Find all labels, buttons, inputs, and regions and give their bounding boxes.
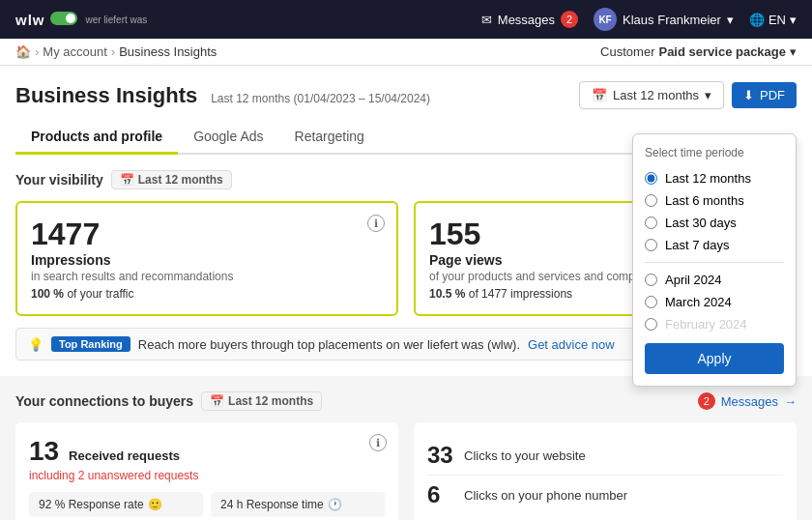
customer-label: Customer bbox=[600, 44, 654, 59]
logo-toggle bbox=[50, 12, 77, 25]
tab-products[interactable]: Products and profile bbox=[15, 121, 178, 155]
phone-clicks-label: Clicks on your phone number bbox=[464, 488, 627, 503]
connections-date-badge: 📅 Last 12 months bbox=[201, 391, 322, 411]
radio-6m[interactable] bbox=[645, 194, 657, 207]
option-7d[interactable]: Last 7 days bbox=[645, 234, 784, 256]
my-account-link[interactable]: My account bbox=[43, 44, 106, 59]
clicks-card: 33 Clicks to your website 6 Clicks on yo… bbox=[414, 422, 797, 520]
connections-section: Your connections to buyers 📅 Last 12 mon… bbox=[0, 376, 812, 520]
response-rate-stat: 92 % Response rate 🙂 bbox=[29, 492, 203, 517]
impressions-info-icon[interactable]: ℹ bbox=[367, 215, 385, 232]
ranking-text: Reach more buyers through top placements… bbox=[138, 337, 520, 352]
arrow-right-icon: → bbox=[784, 394, 797, 409]
requests-sublabel: including 2 unanswered requests bbox=[29, 469, 385, 482]
apply-button[interactable]: Apply bbox=[645, 343, 784, 374]
option-feb24[interactable]: February 2024 bbox=[645, 313, 784, 335]
chevron-down-icon-lang: ▾ bbox=[790, 13, 797, 27]
request-stats: 92 % Response rate 🙂 24 h Response time … bbox=[29, 492, 385, 517]
title-row: Business Insights Last 12 months (01/04/… bbox=[15, 81, 797, 109]
connections-header: Your connections to buyers 📅 Last 12 mon… bbox=[15, 391, 797, 411]
option-apr24[interactable]: April 2024 bbox=[645, 269, 784, 291]
logo-area: wlw wer liefert was bbox=[15, 12, 147, 28]
user-name: Klaus Frankmeier bbox=[623, 13, 721, 27]
radio-30d[interactable] bbox=[645, 217, 657, 229]
page-date-range: Last 12 months (01/04/2023 – 15/04/2024) bbox=[211, 92, 430, 105]
calendar-icon-conn: 📅 bbox=[210, 394, 224, 408]
breadcrumb-current: Business Insights bbox=[119, 44, 217, 59]
breadcrumb-bar: 🏠 › My account › Business Insights Custo… bbox=[0, 39, 812, 66]
option-mar24[interactable]: March 2024 bbox=[645, 291, 784, 313]
home-icon[interactable]: 🏠 bbox=[15, 44, 31, 59]
clock-icon: 🕐 bbox=[328, 498, 342, 511]
date-picker-button[interactable]: 📅 Last 12 months ▾ bbox=[579, 81, 724, 109]
smiley-icon: 🙂 bbox=[148, 498, 162, 511]
page-title: Business Insights bbox=[15, 83, 197, 107]
website-clicks-number: 33 bbox=[427, 442, 456, 469]
tab-retargeting[interactable]: Retargeting bbox=[279, 121, 380, 155]
connection-cards: ℹ 13 Received requests including 2 unans… bbox=[15, 422, 797, 520]
requests-card: ℹ 13 Received requests including 2 unans… bbox=[15, 422, 398, 520]
calendar-icon-small: 📅 bbox=[120, 173, 134, 187]
visibility-date-badge: 📅 Last 12 months bbox=[111, 170, 232, 189]
impressions-sub: in search results and recommandations bbox=[31, 270, 383, 283]
date-picker-label: Last 12 months bbox=[613, 88, 699, 102]
option-30d[interactable]: Last 30 days bbox=[645, 212, 784, 234]
impressions-number: 1477 bbox=[31, 217, 383, 252]
user-avatar: KF bbox=[594, 8, 617, 31]
impressions-card: ℹ 1477 Impressions in search results and… bbox=[15, 201, 398, 316]
title-area: Business Insights Last 12 months (01/04/… bbox=[15, 83, 430, 108]
radio-mar24[interactable] bbox=[645, 296, 657, 308]
impressions-label: Impressions bbox=[31, 252, 383, 268]
envelope-icon: ✉ bbox=[481, 13, 492, 27]
website-clicks-item: 33 Clicks to your website bbox=[427, 436, 783, 475]
radio-12m[interactable] bbox=[645, 172, 657, 185]
option-12m[interactable]: Last 12 months bbox=[645, 167, 784, 189]
connections-messages-link[interactable]: 2 Messages → bbox=[698, 392, 797, 410]
pdf-button[interactable]: ⬇ PDF bbox=[732, 82, 797, 108]
chevron-down-icon: ▾ bbox=[727, 13, 734, 27]
logo-subtitle: wer liefert was bbox=[85, 14, 147, 25]
connections-badge: 2 bbox=[698, 392, 715, 410]
tab-google-ads[interactable]: Google Ads bbox=[178, 121, 278, 155]
logo: wlw bbox=[15, 12, 77, 28]
requests-label: Received requests bbox=[69, 448, 180, 463]
impressions-pct: 100 % of your traffic bbox=[31, 287, 383, 301]
messages-button[interactable]: ✉ Messages 2 bbox=[481, 11, 578, 28]
chevron-down-icon-date: ▾ bbox=[705, 88, 711, 102]
phone-clicks-number: 6 bbox=[427, 481, 456, 508]
chevron-down-icon-pkg: ▾ bbox=[790, 44, 797, 59]
package-label: Paid service package bbox=[658, 44, 786, 59]
bulb-icon-ranking: 💡 bbox=[28, 337, 44, 352]
customer-package[interactable]: Customer Paid service package ▾ bbox=[600, 44, 797, 59]
ranking-link[interactable]: Get advice now bbox=[528, 337, 615, 352]
messages-badge: 2 bbox=[561, 11, 578, 28]
language-button[interactable]: 🌐 EN ▾ bbox=[749, 13, 797, 27]
requests-number: 13 bbox=[29, 436, 59, 466]
date-picker-dropdown: Select time periode Last 12 months Last … bbox=[632, 133, 797, 387]
download-icon: ⬇ bbox=[743, 88, 754, 102]
radio-apr24[interactable] bbox=[645, 274, 657, 286]
ranking-tag: Top Ranking bbox=[51, 336, 130, 352]
connections-title: Your connections to buyers 📅 Last 12 mon… bbox=[15, 391, 322, 411]
nav-right: ✉ Messages 2 KF Klaus Frankmeier ▾ 🌐 EN … bbox=[481, 8, 797, 31]
top-navigation: wlw wer liefert was ✉ Messages 2 KF Klau… bbox=[0, 0, 812, 39]
breadcrumb: 🏠 › My account › Business Insights bbox=[15, 44, 217, 59]
website-clicks-label: Clicks to your website bbox=[464, 448, 586, 463]
requests-info-icon[interactable]: ℹ bbox=[369, 434, 387, 451]
dropdown-title: Select time periode bbox=[645, 146, 784, 159]
main-content: Business Insights Last 12 months (01/04/… bbox=[0, 66, 812, 376]
option-6m[interactable]: Last 6 months bbox=[645, 189, 784, 212]
dropdown-divider bbox=[645, 262, 784, 263]
radio-7d[interactable] bbox=[645, 239, 657, 251]
radio-feb24[interactable] bbox=[645, 318, 657, 331]
calendar-icon: 📅 bbox=[592, 88, 607, 102]
response-time-stat: 24 h Response time 🕐 bbox=[211, 492, 385, 517]
globe-icon: 🌐 bbox=[749, 13, 765, 27]
user-menu-button[interactable]: KF Klaus Frankmeier ▾ bbox=[594, 8, 734, 31]
visibility-title: Your visibility bbox=[15, 172, 103, 188]
title-actions: 📅 Last 12 months ▾ ⬇ PDF bbox=[579, 81, 797, 109]
phone-clicks-item: 6 Clicks on your phone number bbox=[427, 475, 783, 514]
